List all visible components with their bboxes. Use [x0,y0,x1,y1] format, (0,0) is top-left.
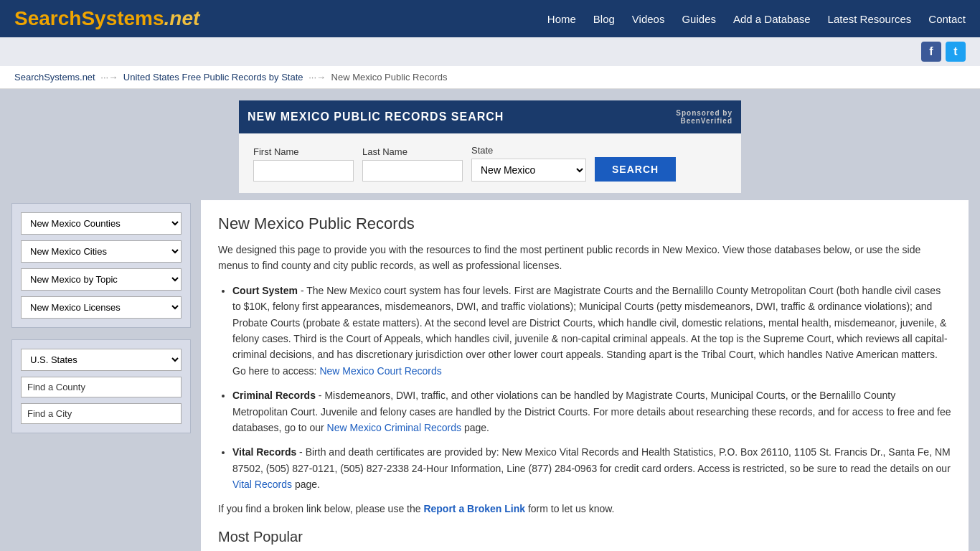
report-broken-link[interactable]: Report a Broken Link [423,503,525,514]
nav-add-database[interactable]: Add a Database [733,13,811,25]
broken-link-paragraph: If you find a broken link below, please … [218,501,951,517]
search-widget-wrapper: NEW MEXICO PUBLIC RECORDS SEARCH Sponsor… [0,89,980,193]
nav-contact[interactable]: Contact [928,13,966,25]
nm-counties-select[interactable]: New Mexico Counties [21,212,182,235]
nav-videos[interactable]: Videos [632,13,665,25]
search-title: NEW MEXICO PUBLIC RECORDS SEARCH [248,110,504,123]
sponsored-label: Sponsored by [676,109,732,117]
state-group: State New Mexico [471,145,586,182]
state-label: State [471,145,586,156]
sponsored-info: Sponsored by BeenVerified [676,109,732,125]
right-content: New Mexico Public Records We designed th… [201,200,969,551]
breadcrumb-arrow-2: ···→ [308,72,328,83]
breadcrumb: SearchSystems.net ···→ United States Fre… [0,66,980,89]
nm-by-topic-select[interactable]: New Mexico by Topic [21,268,182,291]
breadcrumb-arrow-1: ···→ [100,72,120,83]
search-widget: NEW MEXICO PUBLIC RECORDS SEARCH Sponsor… [239,100,741,193]
vital-records-term: Vital Records [232,446,296,458]
vital-records-text: - Birth and death certificates are provi… [232,446,951,474]
criminal-records-link[interactable]: New Mexico Criminal Records [327,422,462,433]
facebook-icon[interactable]: f [921,42,941,62]
broken-link-after: form to let us know. [525,503,615,514]
court-records-link[interactable]: New Mexico Court Records [319,365,441,377]
search-header: NEW MEXICO PUBLIC RECORDS SEARCH Sponsor… [239,100,741,133]
nav-guides[interactable]: Guides [682,13,716,25]
logo-net: .net [164,7,200,29]
first-name-input[interactable] [253,160,354,182]
intro-paragraph: We designed this page to provide you wit… [218,242,951,274]
logo-text: SearchSystems [14,7,164,29]
site-header: SearchSystems.net Home Blog Videos Guide… [0,0,980,37]
search-form: First Name Last Name State New Mexico SE… [239,133,741,193]
us-states-select[interactable]: U.S. States [21,349,182,371]
find-city-link[interactable]: Find a City [21,403,182,424]
last-name-group: Last Name [362,146,463,182]
court-system-item: Court System - The New Mexico court syst… [232,283,951,379]
breadcrumb-level1[interactable]: United States Free Public Records by Sta… [123,72,303,83]
nav-home[interactable]: Home [547,13,576,25]
search-button[interactable]: SEARCH [595,157,676,182]
vital-records-after: page. [292,479,320,490]
nm-navigation-section: New Mexico Counties New Mexico Cities Ne… [11,203,191,328]
broken-link-text: If you find a broken link below, please … [218,503,423,514]
vital-records-link[interactable]: Vital Records [232,479,292,490]
breadcrumb-home[interactable]: SearchSystems.net [14,72,95,83]
content-area: New Mexico Counties New Mexico Cities Ne… [0,193,980,551]
last-name-label: Last Name [362,146,463,157]
main-nav: Home Blog Videos Guides Add a Database L… [547,13,966,25]
state-select[interactable]: New Mexico [471,159,586,182]
sponsored-by: BeenVerified [680,117,732,125]
nm-cities-select[interactable]: New Mexico Cities [21,240,182,263]
criminal-records-after: page. [461,422,489,433]
criminal-records-item: Criminal Records - Misdemeanors, DWI, tr… [232,387,951,435]
find-county-link[interactable]: Find a County [21,377,182,397]
nav-latest-resources[interactable]: Latest Resources [828,13,912,25]
first-name-group: First Name [253,146,354,182]
last-name-input[interactable] [362,160,463,182]
court-system-term: Court System [232,285,298,296]
site-logo: SearchSystems.net [14,7,199,30]
first-name-label: First Name [253,146,354,157]
nm-licenses-select[interactable]: New Mexico Licenses [21,296,182,319]
criminal-records-term: Criminal Records [232,390,316,401]
breadcrumb-current: New Mexico Public Records [331,72,448,83]
main-wrapper: NEW MEXICO PUBLIC RECORDS SEARCH Sponsor… [0,89,980,551]
nav-blog[interactable]: Blog [593,13,615,25]
page-title: New Mexico Public Records [218,215,951,233]
vital-records-item: Vital Records - Birth and death certific… [232,444,951,492]
twitter-icon[interactable]: t [946,42,966,62]
social-bar: f t [0,37,980,66]
left-sidebar: New Mexico Counties New Mexico Cities Ne… [11,200,191,551]
records-list: Court System - The New Mexico court syst… [232,283,951,493]
us-navigation-section: U.S. States Find a County Find a City [11,339,191,433]
most-popular-title: Most Popular [218,529,951,545]
court-system-text: - The New Mexico court system has four l… [232,285,948,377]
